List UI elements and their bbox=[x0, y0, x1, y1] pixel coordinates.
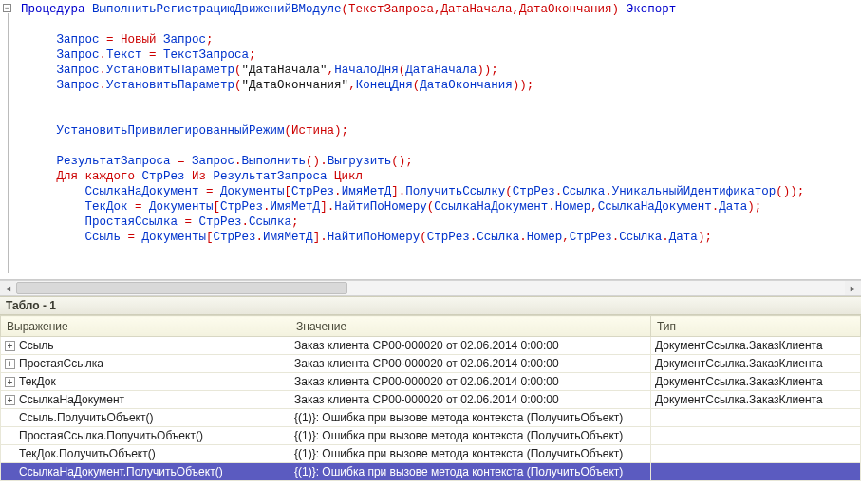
watch-panel[interactable]: Выражение Значение Тип +СсыльЗаказ клиен… bbox=[0, 315, 861, 504]
watch-cell-type: ДокументСсылка.ЗаказКлиента bbox=[651, 373, 861, 391]
col-header-value[interactable]: Значение bbox=[290, 316, 651, 337]
watch-cell-type: ДокументСсылка.ЗаказКлиента bbox=[651, 391, 861, 409]
watch-row[interactable]: ПростаяСсылка.ПолучитьОбъект(){(1)}: Оши… bbox=[1, 427, 861, 445]
watch-cell-expression[interactable]: ТекДок.ПолучитьОбъект() bbox=[1, 445, 290, 463]
watch-cell-value: Заказ клиента СР00-000020 от 02.06.2014 … bbox=[290, 337, 651, 355]
watch-row[interactable]: Ссыль.ПолучитьОбъект(){(1)}: Ошибка при … bbox=[1, 409, 861, 427]
watch-cell-expression[interactable]: +Ссыль bbox=[1, 337, 290, 355]
watch-cell-expression[interactable]: Ссыль.ПолучитьОбъект() bbox=[1, 409, 290, 427]
watch-table[interactable]: Выражение Значение Тип +СсыльЗаказ клиен… bbox=[0, 315, 861, 481]
watch-cell-value: {(1)}: Ошибка при вызове метода контекст… bbox=[290, 463, 651, 481]
watch-expression-text: ПростаяСсылка.ПолучитьОбъект() bbox=[19, 429, 203, 442]
expand-icon[interactable]: + bbox=[5, 359, 15, 369]
gutter: − bbox=[0, 0, 17, 279]
watch-cell-expression[interactable]: +СсылкаНаДокумент bbox=[1, 391, 290, 409]
col-header-expression[interactable]: Выражение bbox=[1, 316, 290, 337]
code-editor[interactable]: − Процедура ВыполнитьРегистрациюДвижений… bbox=[0, 0, 861, 280]
watch-cell-expression[interactable]: ПростаяСсылка.ПолучитьОбъект() bbox=[1, 427, 290, 445]
col-header-type[interactable]: Тип bbox=[651, 316, 861, 337]
watch-row[interactable]: +СсыльЗаказ клиента СР00-000020 от 02.06… bbox=[1, 337, 861, 355]
watch-cell-value: {(1)}: Ошибка при вызове метода контекст… bbox=[290, 427, 651, 445]
watch-cell-expression[interactable]: СсылкаНаДокумент.ПолучитьОбъект() bbox=[1, 463, 290, 481]
watch-row[interactable]: ТекДок.ПолучитьОбъект(){(1)}: Ошибка при… bbox=[1, 445, 861, 463]
expand-icon[interactable]: + bbox=[5, 341, 15, 351]
watch-cell-type: ДокументСсылка.ЗаказКлиента bbox=[651, 337, 861, 355]
watch-cell-expression[interactable]: +ПростаяСсылка bbox=[1, 355, 290, 373]
watch-cell-value: Заказ клиента СР00-000020 от 02.06.2014 … bbox=[290, 391, 651, 409]
watch-cell-type bbox=[651, 463, 861, 481]
watch-expression-text: Ссыль bbox=[19, 339, 54, 352]
watch-cell-value: {(1)}: Ошибка при вызове метода контекст… bbox=[290, 445, 651, 463]
watch-expression-text: ТекДок bbox=[19, 375, 56, 388]
watch-header-row: Выражение Значение Тип bbox=[1, 316, 861, 337]
expand-icon[interactable]: + bbox=[5, 395, 15, 405]
fold-guide bbox=[8, 13, 9, 273]
watch-cell-type bbox=[651, 445, 861, 463]
watch-expression-text: СсылкаНаДокумент.ПолучитьОбъект() bbox=[19, 465, 223, 478]
watch-row[interactable]: +ТекДокЗаказ клиента СР00-000020 от 02.0… bbox=[1, 373, 861, 391]
watch-expression-text: СсылкаНаДокумент bbox=[19, 393, 124, 406]
watch-cell-value: {(1)}: Ошибка при вызове метода контекст… bbox=[290, 409, 651, 427]
watch-expression-text: ПростаяСсылка bbox=[19, 357, 103, 370]
watch-row[interactable]: +СсылкаНаДокументЗаказ клиента СР00-0000… bbox=[1, 391, 861, 409]
code-text[interactable]: Процедура ВыполнитьРегистрациюДвиженийВМ… bbox=[0, 0, 861, 247]
watch-cell-type: ДокументСсылка.ЗаказКлиента bbox=[651, 355, 861, 373]
fold-toggle[interactable]: − bbox=[3, 4, 11, 12]
watch-cell-type bbox=[651, 427, 861, 445]
scroll-right-arrow-icon[interactable]: ► bbox=[845, 281, 861, 295]
watch-expression-text: Ссыль.ПолучитьОбъект() bbox=[19, 411, 153, 424]
watch-cell-value: Заказ клиента СР00-000020 от 02.06.2014 … bbox=[290, 373, 651, 391]
watch-expression-text: ТекДок.ПолучитьОбъект() bbox=[19, 447, 156, 460]
expand-icon[interactable]: + bbox=[5, 377, 15, 387]
watch-row[interactable]: СсылкаНаДокумент.ПолучитьОбъект(){(1)}: … bbox=[1, 463, 861, 481]
scroll-left-arrow-icon[interactable]: ◄ bbox=[0, 281, 16, 295]
horizontal-scrollbar[interactable]: ◄ ► bbox=[0, 280, 861, 296]
scroll-track[interactable] bbox=[16, 281, 845, 295]
watch-cell-type bbox=[651, 409, 861, 427]
watch-row[interactable]: +ПростаяСсылкаЗаказ клиента СР00-000020 … bbox=[1, 355, 861, 373]
watch-cell-expression[interactable]: +ТекДок bbox=[1, 373, 290, 391]
watch-panel-title: Табло - 1 bbox=[0, 296, 861, 315]
watch-cell-value: Заказ клиента СР00-000020 от 02.06.2014 … bbox=[290, 355, 651, 373]
scroll-thumb[interactable] bbox=[16, 282, 347, 294]
